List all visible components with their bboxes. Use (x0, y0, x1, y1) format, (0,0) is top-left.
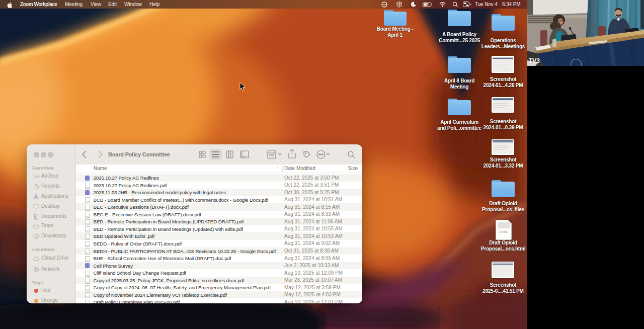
svg-text:TV3: TV3 (529, 57, 540, 64)
